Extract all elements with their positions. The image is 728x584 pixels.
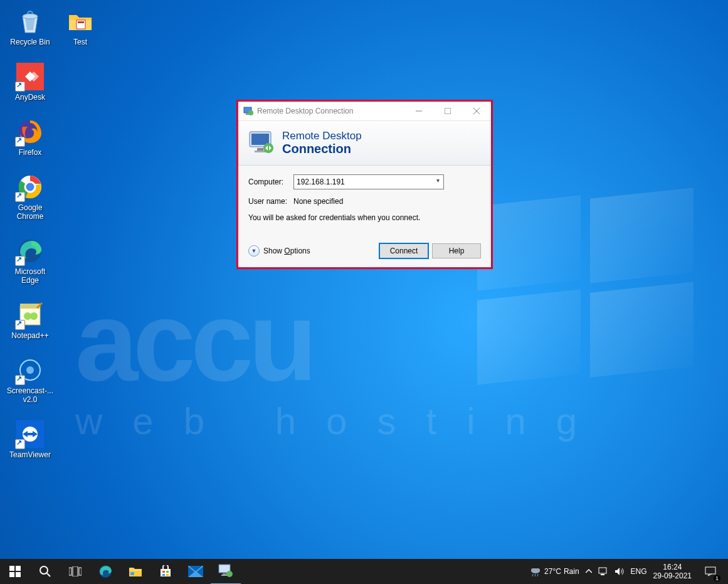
desktop-icon-chrome[interactable]: Google Chrome: [6, 173, 54, 221]
svg-point-0: [23, 14, 38, 19]
credentials-hint: You will be asked for credentials when y…: [248, 213, 481, 222]
clock-time: 16:24: [653, 563, 692, 571]
svg-rect-47: [166, 574, 169, 576]
svg-point-21: [248, 110, 253, 115]
minimize-button[interactable]: [404, 102, 433, 120]
desktop-icons-col2: Test: [56, 8, 104, 63]
tray-overflow[interactable]: [586, 568, 592, 575]
svg-rect-60: [601, 574, 604, 575]
show-options-label: Show Options: [263, 247, 310, 255]
svg-point-12: [26, 366, 34, 374]
rdc-app-icon: [243, 106, 253, 116]
desktop-icon-teamviewer[interactable]: TeamViewer: [6, 420, 54, 459]
desktop-icon-screencast[interactable]: Screencast-... v2.0: [6, 356, 54, 404]
username-label: User name:: [248, 197, 293, 206]
svg-rect-33: [9, 572, 14, 577]
svg-rect-46: [162, 574, 165, 576]
svg-rect-45: [166, 571, 169, 573]
computer-label: Computer:: [248, 178, 293, 186]
computer-value: 192.168.1.191: [297, 178, 345, 186]
taskbar: 27°C Rain ENG 16:24 29-09-2021 1: [0, 559, 728, 584]
weather-temp: 27°C: [544, 567, 561, 576]
svg-rect-32: [16, 566, 21, 571]
chevron-down-icon: ▼: [248, 245, 260, 257]
connect-button[interactable]: Connect: [379, 243, 428, 258]
taskbar-store[interactable]: [150, 559, 181, 584]
tray-language[interactable]: ENG: [631, 567, 647, 576]
svg-line-57: [535, 574, 535, 576]
svg-point-55: [536, 568, 540, 572]
tray-clock[interactable]: 16:24 29-09-2021: [653, 563, 692, 580]
maximize-button[interactable]: [433, 102, 462, 120]
search-button[interactable]: [30, 559, 60, 584]
rdc-banner: Remote Desktop Connection: [238, 121, 491, 166]
svg-rect-31: [9, 566, 14, 571]
desktop-icons: Recycle Bin AnyDesk Firefox Google Chrom…: [6, 8, 107, 475]
rdc-banner-line2: Connection: [282, 142, 362, 156]
desktop-icon-firefox[interactable]: Firefox: [6, 118, 54, 157]
taskbar-rdc[interactable]: [211, 558, 241, 584]
svg-rect-42: [130, 572, 134, 575]
desktop-icon-anydesk[interactable]: AnyDesk: [6, 63, 54, 102]
screencast-icon: [16, 356, 44, 384]
taskbar-edge[interactable]: [90, 559, 120, 584]
svg-rect-27: [251, 134, 269, 145]
taskbar-explorer[interactable]: [120, 559, 150, 584]
svg-rect-59: [599, 568, 606, 573]
svg-rect-23: [445, 109, 451, 114]
anydesk-icon: [16, 63, 44, 90]
weather-widget[interactable]: 27°C Rain: [529, 565, 579, 578]
chrome-icon: [16, 173, 44, 201]
svg-rect-34: [16, 572, 21, 577]
svg-rect-18: [78, 21, 84, 23]
rdc-banner-line1: Remote Desktop: [282, 130, 362, 142]
taskbar-mail[interactable]: [181, 559, 211, 584]
rdc-titlebar[interactable]: Remote Desktop Connection: [238, 102, 491, 121]
desktop-icon-edge[interactable]: Microsoft Edge: [6, 237, 54, 285]
clock-date: 29-09-2021: [653, 571, 692, 580]
desktop-icon-test-folder[interactable]: Test: [56, 8, 104, 46]
svg-point-10: [30, 312, 38, 320]
svg-rect-61: [705, 567, 715, 574]
tray-volume-icon[interactable]: [615, 567, 625, 576]
weather-cond: Rain: [564, 567, 579, 576]
svg-point-52: [226, 571, 233, 577]
svg-point-35: [40, 566, 48, 574]
rdc-footer: ▼ Show Options Connect Help: [238, 238, 491, 267]
notification-badge: 1: [714, 575, 720, 581]
show-options-toggle[interactable]: ▼ Show Options: [248, 245, 310, 257]
task-view-button[interactable]: [60, 559, 90, 584]
svg-rect-16: [27, 433, 33, 435]
svg-rect-44: [162, 571, 165, 573]
svg-line-58: [537, 574, 538, 576]
system-tray: 27°C Rain ENG 16:24 29-09-2021 1: [524, 559, 728, 584]
windows-logo-backdrop: [477, 201, 703, 389]
close-button[interactable]: [462, 102, 491, 120]
rdc-window: Remote Desktop Connection Remote Desktop…: [238, 102, 491, 267]
svg-rect-29: [255, 151, 266, 152]
username-value: None specified: [293, 197, 343, 206]
desktop-icon-notepadpp[interactable]: Notepad++: [6, 301, 54, 340]
rdc-title-text: Remote Desktop Connection: [257, 107, 404, 115]
svg-line-36: [47, 573, 50, 576]
folder-icon: [66, 8, 94, 35]
svg-point-30: [263, 143, 273, 153]
svg-point-54: [531, 568, 535, 572]
svg-rect-38: [73, 566, 78, 576]
rdc-body: Computer: 192.168.1.191 ▾ User name: Non…: [238, 166, 491, 238]
help-button[interactable]: Help: [432, 243, 481, 258]
svg-rect-28: [257, 148, 263, 151]
desktop[interactable]: accu web hosting Recycle Bin AnyDesk Fir…: [0, 0, 728, 584]
desktop-icon-recycle-bin[interactable]: Recycle Bin: [6, 8, 54, 46]
chevron-down-icon: ▾: [436, 177, 440, 184]
svg-rect-43: [161, 569, 171, 576]
rdc-banner-icon: [248, 130, 276, 156]
firefox-icon: [16, 118, 44, 146]
svg-line-56: [532, 574, 533, 576]
notepadpp-icon: [16, 301, 44, 329]
tray-network-icon[interactable]: [598, 567, 608, 576]
computer-combo[interactable]: 192.168.1.191 ▾: [293, 174, 444, 189]
action-center-button[interactable]: 1: [698, 559, 723, 584]
start-button[interactable]: [0, 559, 30, 584]
svg-rect-50: [223, 573, 226, 575]
